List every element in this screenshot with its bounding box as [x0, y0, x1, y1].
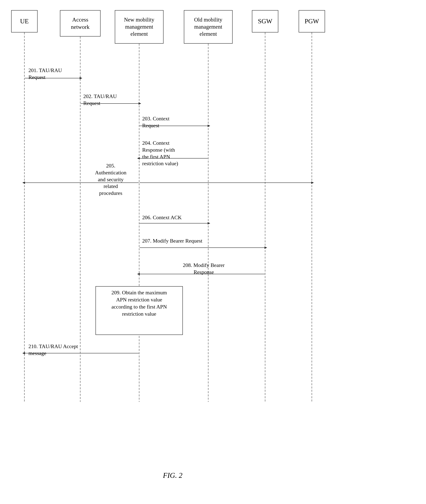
label-203: 203. ContextRequest [142, 115, 170, 129]
sequence-diagram-svg [0, 0, 426, 504]
svg-marker-15 [22, 181, 25, 184]
label-202: 202. TAU/RAURequest [83, 93, 117, 107]
diagram-container: UE Accessnetwork New mobilitymanagemente… [0, 0, 426, 504]
svg-marker-21 [264, 246, 267, 249]
label-207: 207. Modify Bearer Request [142, 237, 202, 244]
entity-sgw: SGW [252, 10, 278, 33]
svg-marker-23 [137, 273, 140, 275]
svg-marker-19 [208, 222, 210, 225]
label-210: 210. TAU/RAU Acceptmessage [28, 343, 78, 357]
svg-marker-25 [22, 352, 25, 354]
svg-marker-9 [139, 102, 141, 105]
entity-old-mme: Old mobilitymanagementelement [184, 10, 233, 44]
entity-ue: UE [11, 10, 38, 33]
entity-access-network: Accessnetwork [60, 10, 100, 36]
svg-marker-17 [311, 181, 314, 184]
label-208: 208. Modify BearerResponse [183, 262, 225, 276]
label-201: 201. TAU/RAURequest [28, 67, 62, 81]
label-204: 204. ContextResponse (withthe first APNr… [142, 140, 178, 167]
label-205: 205.Authenticationand securityrelatedpro… [83, 162, 138, 197]
label-206: 206. Context ACK [142, 214, 182, 221]
process-box-209: 209. Obtain the maximumAPN restriction v… [95, 286, 183, 335]
entity-pgw: PGW [299, 10, 325, 33]
svg-marker-11 [208, 125, 210, 127]
svg-marker-13 [137, 157, 140, 159]
entity-new-mme: New mobilitymanagementelement [115, 10, 163, 44]
svg-marker-7 [80, 77, 82, 79]
figure-label: FIG. 2 [0, 471, 345, 480]
